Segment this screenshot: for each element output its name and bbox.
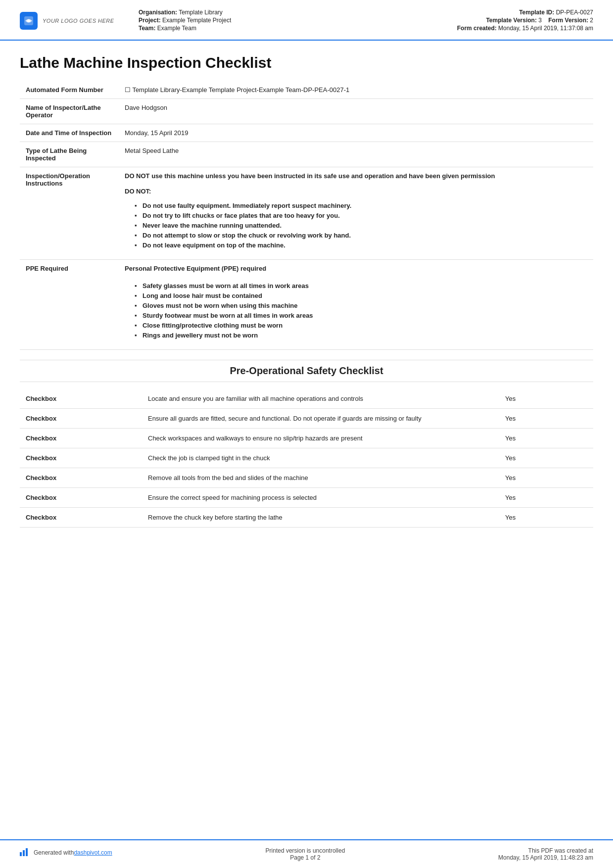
table-row: Checkbox Ensure all guards are fitted, s… (20, 409, 593, 429)
checklist-col3: Yes (499, 409, 593, 429)
field-label: Date and Time of Inspection (20, 124, 119, 142)
table-row: Checkbox Remove all tools from the bed a… (20, 468, 593, 488)
checklist-col1: Checkbox (20, 488, 142, 508)
svg-rect-3 (23, 850, 25, 856)
checklist-col1: Checkbox (20, 389, 142, 409)
footer-page: Page 1 of 2 (266, 854, 345, 861)
table-row: Checkbox Check the job is clamped tight … (20, 448, 593, 468)
form-version-value: 2 (590, 17, 593, 24)
field-value: Metal Speed Lathe (119, 142, 593, 167)
template-version-value: 3 (538, 17, 542, 24)
org-value: Template Library (179, 9, 223, 16)
footer-link[interactable]: dashpivot.com (74, 849, 112, 856)
header-team-row: Team: Example Team (139, 25, 455, 32)
logo-icon (20, 12, 38, 30)
do-not-label: DO NOT: (125, 188, 587, 195)
list-item: Never leave the machine running unattend… (135, 222, 587, 229)
checklist-col2: Locate and ensure you are familiar with … (142, 389, 499, 409)
footer-generated-text: Generated with (34, 849, 74, 856)
svg-rect-4 (26, 848, 28, 856)
logo-svg (23, 15, 34, 26)
list-item: Safety glasses must be worn at all times… (135, 282, 587, 289)
checklist-col2: Ensure all guards are fitted, secure and… (142, 409, 499, 429)
page: YOUR LOGO GOES HERE Organisation: Templa… (0, 0, 613, 868)
checklist-col2: Check the job is clamped tight in the ch… (142, 448, 499, 468)
content: Lathe Machine Inspection Checklist Autom… (0, 41, 613, 839)
list-item: Close fitting/protective clothing must b… (135, 322, 587, 329)
instructions-bullets: Do not use faulty equipment. Immediately… (125, 197, 587, 254)
checklist-col3: Yes (499, 389, 593, 409)
svg-point-1 (27, 19, 30, 22)
checklist-col3: Yes (499, 448, 593, 468)
footer-right: This PDF was created at Monday, 15 April… (498, 847, 593, 861)
bar-chart-icon (20, 847, 30, 858)
field-label: Type of Lathe Being Inspected (20, 142, 119, 167)
template-id-value: DP-PEA-0027 (556, 9, 593, 16)
header: YOUR LOGO GOES HERE Organisation: Templa… (0, 0, 613, 41)
table-row: Type of Lathe Being Inspected Metal Spee… (20, 142, 593, 167)
header-right: Template ID: DP-PEA-0027 Template Versio… (455, 9, 593, 33)
version-row: Template Version: 3 Form Version: 2 (455, 17, 593, 24)
header-project-row: Project: Example Template Project (139, 17, 455, 24)
field-value: ☐ Template Library-Example Template Proj… (119, 81, 593, 99)
checklist-col1: Checkbox (20, 468, 142, 488)
footer: Generated with dashpivot.com Printed ver… (0, 839, 613, 868)
table-row: Checkbox Locate and ensure you are famil… (20, 389, 593, 409)
ppe-main: Personal Protective Equipment (PPE) requ… (125, 265, 587, 272)
footer-pdf-label: This PDF was created at (498, 847, 593, 854)
field-label: Automated Form Number (20, 81, 119, 99)
org-label: Organisation: (139, 9, 177, 16)
template-id-row: Template ID: DP-PEA-0027 (455, 9, 593, 16)
list-item: Rings and jewellery must not be worn (135, 332, 587, 339)
field-value: DO NOT use this machine unless you have … (119, 167, 593, 260)
field-label: Name of Inspector/Lathe Operator (20, 99, 119, 124)
footer-center: Printed version is uncontrolled Page 1 o… (266, 847, 345, 861)
footer-left: Generated with dashpivot.com (20, 847, 112, 858)
table-row: Automated Form Number ☐ Template Library… (20, 81, 593, 99)
field-label: Inspection/Operation Instructions (20, 167, 119, 260)
project-label: Project: (139, 17, 161, 24)
form-created-label: Form created: (457, 25, 497, 32)
table-row: PPE Required Personal Protective Equipme… (20, 260, 593, 350)
list-item: Do not leave equipment on top of the mac… (135, 241, 587, 249)
table-row: Inspection/Operation Instructions DO NOT… (20, 167, 593, 260)
logo-text: YOUR LOGO GOES HERE (43, 18, 114, 24)
checklist-col2: Remove all tools from the bed and slides… (142, 468, 499, 488)
table-row: Date and Time of Inspection Monday, 15 A… (20, 124, 593, 142)
team-label: Team: (139, 25, 155, 32)
list-item: Do not try to lift chucks or face plates… (135, 212, 587, 219)
checklist-col3: Yes (499, 508, 593, 528)
checklist-col1: Checkbox (20, 448, 142, 468)
info-table: Automated Form Number ☐ Template Library… (20, 81, 593, 350)
footer-uncontrolled: Printed version is uncontrolled (266, 847, 345, 854)
checklist-col3: Yes (499, 468, 593, 488)
svg-rect-2 (20, 852, 22, 856)
list-item: Sturdy footwear must be worn at all time… (135, 312, 587, 319)
list-item: Do not attempt to slow or stop the chuck… (135, 232, 587, 239)
logo-area: YOUR LOGO GOES HERE (20, 12, 119, 30)
template-id-label: Template ID: (519, 9, 554, 16)
checklist-table: Checkbox Locate and ensure you are famil… (20, 389, 593, 528)
list-item: Gloves must not be worn when using this … (135, 302, 587, 309)
instructions-main: DO NOT use this machine unless you have … (125, 172, 587, 180)
checklist-col2: Remove the chuck key before starting the… (142, 508, 499, 528)
field-value: Monday, 15 April 2019 (119, 124, 593, 142)
template-version-label: Template Version: (486, 17, 536, 24)
team-value: Example Team (157, 25, 196, 32)
list-item: Long and loose hair must be contained (135, 292, 587, 299)
footer-pdf-value: Monday, 15 April 2019, 11:48:23 am (498, 854, 593, 861)
document-title: Lathe Machine Inspection Checklist (20, 54, 593, 71)
project-value: Example Template Project (162, 17, 231, 24)
field-value: Personal Protective Equipment (PPE) requ… (119, 260, 593, 350)
table-row: Checkbox Ensure the correct speed for ma… (20, 488, 593, 508)
form-version-label: Form Version: (548, 17, 588, 24)
section-title: Pre-Operational Safety Checklist (20, 360, 593, 382)
table-row: Checkbox Remove the chuck key before sta… (20, 508, 593, 528)
checklist-col1: Checkbox (20, 508, 142, 528)
checklist-col1: Checkbox (20, 409, 142, 429)
checklist-col1: Checkbox (20, 429, 142, 448)
form-created-value: Monday, 15 April 2019, 11:37:08 am (498, 25, 593, 32)
field-label: PPE Required (20, 260, 119, 350)
ppe-bullets: Safety glasses must be worn at all times… (125, 277, 587, 344)
checklist-col2: Ensure the correct speed for machining p… (142, 488, 499, 508)
